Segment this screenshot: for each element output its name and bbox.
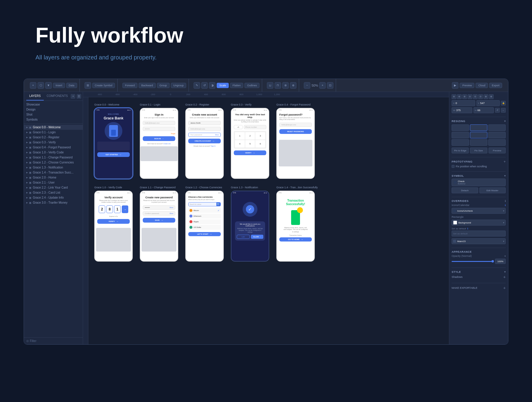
screen-login[interactable]: Grace 0.1 - Login 9:41▸▸ ● Sign In Enter…	[140, 103, 178, 179]
layer-grace-0-4[interactable]: ▶ ▣ Grace 0.4 - Forgot Password	[24, 145, 83, 150]
screen-register[interactable]: Grace 0.2 - Register 9:41▸▸ ● Create new…	[185, 103, 224, 179]
layer-grace-1-2[interactable]: ▶ ▣ Grace 1.2 - Choose Currencies	[24, 160, 83, 165]
layer-grace-2-2[interactable]: ▶ ▣ Grace 2.2 - Link Your Card	[24, 185, 83, 190]
scale-btn[interactable]: Scale	[217, 83, 229, 88]
icons-uncheck-selector[interactable]: Icons/Uncheck ▾	[452, 208, 506, 214]
rotate-corner-icon[interactable]: ↺	[495, 108, 500, 113]
h-input[interactable]: H 66	[473, 107, 494, 113]
layer-grace-3-0[interactable]: ▶ ▣ Grace 3.0 - Tranfer Money	[24, 200, 83, 205]
search-layer-btn[interactable]: ☰	[77, 94, 81, 99]
y-input[interactable]: Y 547	[476, 100, 500, 106]
layer-grace-2-3[interactable]: ▶ ▣ Grace 2.3 - Card List	[24, 190, 83, 195]
main15-selector[interactable]: Main/15 ▾	[452, 238, 506, 244]
background-selector[interactable]: Background ▾	[452, 220, 506, 226]
layer-grace-2-4[interactable]: ▶ ▣ Grace 2.4 - Update Info	[24, 195, 83, 200]
layer-grace-1-4[interactable]: ▶ ▣ Grace 1.4 - Transaction Succ...	[24, 170, 83, 175]
screen-change-password[interactable]: Grace 1.1 - Change Password 9:41▸▸ ● Cre…	[140, 186, 178, 262]
add-exportable-btn[interactable]: +	[503, 286, 506, 290]
layer-grace-0-1[interactable]: ▶ ▣ Grace 0.1 - Login	[24, 130, 83, 135]
screen-verify[interactable]: Grace 0.3 - Verify 9:41▸▸ ● You did very…	[231, 103, 269, 179]
play-icon[interactable]: ▶	[452, 82, 458, 89]
layer-grace-0-2[interactable]: ▶ ▣ Grace 0.2 - Register	[24, 135, 83, 140]
backward-btn[interactable]: Backward	[139, 83, 156, 88]
resize-cell-mr[interactable]	[488, 132, 506, 138]
fix-scrolling-checkbox[interactable]	[452, 165, 455, 168]
screen-welcome[interactable]: Grace 0.0 - Welcome 9:41▸▸ ● WELCOME Gra…	[94, 103, 133, 179]
add-icon[interactable]: +	[30, 82, 36, 89]
sidebar-item-showcase[interactable]: Showcase	[24, 102, 83, 107]
opacity-value[interactable]: 100%	[495, 259, 506, 264]
rotate-icon[interactable]: ↺	[201, 82, 208, 89]
intersect-icon[interactable]: ⊗	[282, 82, 289, 89]
insert-icon[interactable]: ⬡	[38, 82, 44, 89]
layer-grace-2-0[interactable]: ▶ ▣ Grace 2.0 - Home	[24, 175, 83, 180]
align-middle-icon[interactable]: ⊟	[473, 94, 478, 99]
outlines-btn[interactable]: Outlines	[244, 83, 259, 88]
w-input[interactable]: W 375	[452, 107, 472, 113]
tab-layers[interactable]: LAYERS	[26, 92, 44, 100]
union-icon[interactable]: ⊔	[267, 82, 273, 89]
add-layer-btn[interactable]: +	[71, 94, 75, 99]
align-top-icon[interactable]: ⊟	[468, 94, 472, 99]
sidebar-item-design[interactable]: Design	[24, 107, 83, 112]
resize-cell-ml[interactable]	[452, 132, 469, 138]
resize-cell-bl[interactable]	[452, 139, 469, 146]
fix-size-btn[interactable]: Fix Size	[470, 147, 487, 153]
email-input[interactable]: Hello@deeper.one	[143, 121, 175, 125]
create-symbol-btn[interactable]: Create Symbol	[92, 83, 115, 88]
resize-cell-br[interactable]	[488, 139, 506, 146]
resize-cell-mc[interactable]	[470, 132, 487, 138]
preview-btn[interactable]: Preview	[460, 83, 474, 88]
screen-currencies[interactable]: Grace 1.2 - Choose Currencies 9:41▸▸ ● C…	[185, 186, 224, 262]
mask-icon[interactable]: ◑	[209, 82, 215, 89]
layer-grace-1-0[interactable]: ▶ ▣ Grace 1.0 - Verify Code	[24, 150, 83, 155]
edit-master-btn[interactable]: Edit Master	[479, 187, 506, 193]
filter-bar[interactable]: ⊙ Filter	[24, 337, 83, 344]
flip-icon[interactable]: ↔	[501, 108, 506, 113]
canvas-content[interactable]: Grace 0.0 - Welcome 9:41▸▸ ● WELCOME Gra…	[88, 97, 449, 344]
detach-btn[interactable]: Detach	[452, 187, 478, 193]
screen-verify-code[interactable]: Grace 1.0 - Verify Code 9:41▸▸ ● Verify …	[94, 186, 133, 262]
ungroup-btn[interactable]: Ungroup	[171, 83, 186, 88]
layer-grace-1-3[interactable]: ▶ ▣ Grace 1.3 - Notification	[24, 165, 83, 170]
symbol-icon[interactable]: ⊞	[85, 82, 91, 89]
data-btn[interactable]: Data	[66, 83, 77, 88]
resize-cell-bc[interactable]	[470, 139, 487, 146]
layer-grace-0-3[interactable]: ▶ ▣ Grace 0.3 - Verify	[24, 140, 83, 145]
email-input[interactable]: Hello@deeper.one	[188, 127, 221, 131]
difference-icon[interactable]: ⊕	[290, 82, 296, 89]
opacity-thumb[interactable]	[492, 260, 494, 262]
resize-cell-tr[interactable]	[488, 124, 506, 131]
signin-btn[interactable]: SIGN IN→	[143, 136, 175, 141]
set-as-default-input[interactable]: Set as default	[452, 231, 506, 236]
align-bottom-icon[interactable]: ⊟	[478, 94, 483, 99]
resize-cell-tl[interactable]	[452, 124, 469, 131]
insert-btn[interactable]: Insert	[53, 83, 65, 88]
screen-notification[interactable]: Grace 1.3 - Notification 9:41▸▸ ● ✓	[231, 186, 269, 262]
distribute-h-icon[interactable]: ⊠	[484, 94, 488, 99]
email-forgot[interactable]: Hello@deeper.one	[279, 123, 312, 127]
opacity-slider[interactable]	[452, 261, 494, 262]
add-shadow-btn[interactable]: +	[503, 275, 506, 279]
x-input[interactable]: X 0	[452, 100, 475, 106]
preview-resize-btn[interactable]: Preview	[489, 147, 506, 153]
export-btn[interactable]: Export	[489, 83, 502, 88]
confirm-password[interactable]: Confirm password Show	[143, 211, 175, 215]
layer-grace-2-1[interactable]: ▶ ▣ Grace 2.1 - User	[24, 180, 83, 185]
screen-transaction[interactable]: Grace 1.4 - Tran...tion Successfully 9:4…	[276, 186, 318, 262]
canvas-area[interactable]: -800 -600 -400 -200 0 200 400 600 800 1,…	[83, 92, 449, 344]
flatten-btn[interactable]: Flatten	[230, 83, 244, 88]
group-btn[interactable]: Group	[157, 83, 170, 88]
edit-icon[interactable]: ✎	[194, 82, 200, 89]
screen-forgot[interactable]: Grace 0.4 - Forgot Password 9:41▸▸ ● For…	[276, 103, 315, 179]
password-input[interactable]: Your password Show	[188, 133, 221, 137]
zoom-in-icon[interactable]: +	[319, 82, 326, 89]
layer-grace-1-1[interactable]: ▶ ▣ Grace 1.1 - Change Password	[24, 155, 83, 160]
view-icon[interactable]: ⊡	[327, 82, 333, 89]
sidebar-item-shot[interactable]: Shot	[24, 112, 83, 117]
align-center-icon[interactable]: ⊞	[457, 94, 462, 99]
dropdown-icon[interactable]: ▼	[45, 82, 52, 89]
align-left-icon[interactable]: ⊞	[452, 94, 456, 99]
align-right-icon[interactable]: ⊞	[462, 94, 467, 99]
zoom-out-icon[interactable]: −	[304, 82, 310, 89]
